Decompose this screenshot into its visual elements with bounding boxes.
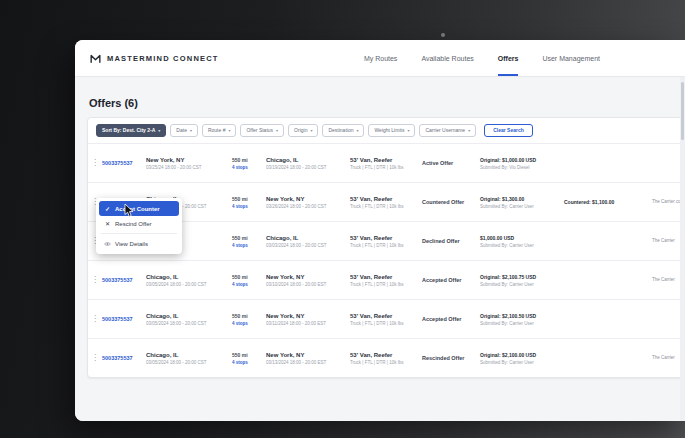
row-kebab-menu-icon[interactable]: ⋮ bbox=[88, 354, 102, 362]
menu-item-view-details[interactable]: View Details bbox=[99, 236, 179, 251]
miles: 550 mi bbox=[232, 274, 266, 280]
offer-status: Accepted Offer bbox=[422, 316, 480, 322]
row-kebab-menu-icon[interactable]: ⋮ bbox=[88, 315, 102, 323]
filter-chip-carrier-username[interactable]: Carrier Username▾ bbox=[419, 124, 476, 137]
origin-city: Chicago, IL bbox=[146, 352, 226, 358]
destination-city: Chicago, IL bbox=[266, 157, 344, 163]
scrollbar-thumb[interactable] bbox=[681, 82, 684, 140]
stops-link[interactable]: 4 stops bbox=[232, 243, 266, 248]
brand-logo-icon bbox=[89, 52, 102, 65]
filter-chip-origin[interactable]: Origin▾ bbox=[288, 124, 318, 137]
route-number-link[interactable]: 5003375537 bbox=[102, 355, 133, 361]
filter-chip-weight-limits[interactable]: Weight Limits▾ bbox=[368, 124, 415, 137]
filter-chip-label: Weight Limits bbox=[374, 128, 404, 133]
filter-bar: Sort By: Dest. City 2-A ▾ Date▾Route #▾O… bbox=[88, 118, 685, 143]
offer-status: Rescinded Offer bbox=[422, 355, 480, 361]
top-navigation: MASTERMIND CONNECT My RoutesAvailable Ro… bbox=[75, 40, 685, 77]
destination-city: New York, NY bbox=[266, 274, 344, 280]
route-number-link[interactable]: 5003375537 bbox=[102, 160, 133, 166]
destination-city: New York, NY bbox=[266, 313, 344, 319]
origin-city: Chicago, IL bbox=[146, 313, 226, 319]
offer-row[interactable]: ⋮ 5003375537 Chicago, IL 03/05/2024 18:0… bbox=[88, 338, 685, 377]
caret-down-icon: ▾ bbox=[228, 129, 230, 133]
nav-item-available-routes[interactable]: Available Routes bbox=[421, 40, 473, 76]
nav-item-user-management[interactable]: User Management bbox=[542, 40, 600, 76]
clear-search-button[interactable]: Clear Search bbox=[484, 124, 533, 137]
offer-status: Accepted Offer bbox=[422, 277, 480, 283]
original-amount: Original: $1,300.00 bbox=[480, 196, 564, 202]
offer-row[interactable]: ⋮ 5003375537 Chicago, IL 03/05/2024 18:0… bbox=[88, 299, 685, 338]
route-number-link[interactable]: 5003375537 bbox=[102, 277, 133, 283]
menu-item-label: View Details bbox=[115, 241, 148, 247]
menu-item-label: Rescind Offer bbox=[115, 221, 152, 227]
offer-row[interactable]: ⋮ 5003375537 Chicago, IL 03/05/2024 18:0… bbox=[88, 260, 685, 299]
miles: 550 mi bbox=[232, 157, 266, 163]
menu-item-label: Accept Counter bbox=[115, 206, 160, 212]
destination-date: 03/10/2024 18:00 - 20:00 EST bbox=[266, 282, 344, 287]
page-title: Offers (6) bbox=[75, 77, 685, 117]
check-icon: ✓ bbox=[104, 206, 111, 212]
offer-status: Active Offer bbox=[422, 160, 480, 166]
webcam-dot bbox=[441, 33, 445, 37]
equipment: 53' Van, Reefer bbox=[350, 313, 416, 319]
brand[interactable]: MASTERMIND CONNECT bbox=[89, 52, 219, 65]
offer-row[interactable]: ⋮ 5003375537 New York, NY 03/25/24 18:00… bbox=[88, 143, 685, 182]
filter-chip-label: Carrier Username bbox=[425, 128, 465, 133]
offers-table: ⋮ 5003375537 New York, NY 03/25/24 18:00… bbox=[88, 143, 685, 377]
equipment: 53' Van, Reefer bbox=[350, 274, 416, 280]
original-amount: Original: $1,000.00 USD bbox=[480, 157, 564, 163]
miles: 550 mi bbox=[232, 313, 266, 319]
equipment: 53' Van, Reefer bbox=[350, 157, 416, 163]
caret-down-icon: ▾ bbox=[407, 129, 409, 133]
original-amount: $1,000.00 USD bbox=[480, 235, 564, 241]
equipment-detail: Truck | FTL | DTR | 10k lbs bbox=[350, 204, 416, 209]
offer-note: The Carrier bbox=[622, 238, 685, 245]
stops-link[interactable]: 4 stops bbox=[232, 321, 266, 326]
miles: 550 mi bbox=[232, 235, 266, 241]
filter-chip-offer-status[interactable]: Offer Status▾ bbox=[240, 124, 284, 137]
filter-chip-date[interactable]: Date▾ bbox=[170, 124, 198, 137]
equipment: 53' Van, Reefer bbox=[350, 352, 416, 358]
equipment-detail: Truck | FTL | DTR | 10k lbs bbox=[350, 243, 416, 248]
submitted-by: Submitted By: Carrier User bbox=[480, 243, 564, 248]
filter-chip-label: Origin bbox=[294, 128, 307, 133]
menu-item-accept-counter[interactable]: ✓ Accept Counter bbox=[99, 201, 179, 216]
original-amount: Original: $2,100.75 USD bbox=[480, 274, 564, 280]
nav-item-offers[interactable]: Offers bbox=[498, 40, 519, 76]
row-kebab-menu-icon[interactable]: ⋮ bbox=[88, 276, 102, 284]
offer-note: The Carrier countered w bbox=[622, 199, 685, 206]
caret-down-icon: ▾ bbox=[310, 129, 312, 133]
origin-date: 03/05/2024 18:00 - 20:00 CST bbox=[146, 360, 226, 365]
x-icon: ✕ bbox=[104, 221, 111, 227]
filter-chip-label: Offer Status bbox=[246, 128, 273, 133]
origin-city: New York, NY bbox=[146, 157, 226, 163]
sort-chip[interactable]: Sort By: Dest. City 2-A ▾ bbox=[96, 124, 166, 137]
filter-chip-destination[interactable]: Destination▾ bbox=[322, 124, 364, 137]
filter-chip-list: Date▾Route #▾Offer Status▾Origin▾Destina… bbox=[170, 124, 476, 137]
filter-chip-route[interactable]: Route #▾ bbox=[202, 124, 237, 137]
destination-city: New York, NY bbox=[266, 196, 344, 202]
destination-date: 03/19/2024 18:00 - 20:00 CST bbox=[266, 165, 344, 170]
row-kebab-menu-icon[interactable]: ⋮ bbox=[88, 159, 102, 167]
caret-down-icon: ▾ bbox=[190, 129, 192, 133]
stops-link[interactable]: 4 stops bbox=[232, 282, 266, 287]
miles: 550 mi bbox=[232, 196, 266, 202]
nav-item-my-routes[interactable]: My Routes bbox=[364, 40, 397, 76]
caret-down-icon: ▾ bbox=[356, 129, 358, 133]
stops-link[interactable]: 4 stops bbox=[232, 360, 266, 365]
route-number-link[interactable]: 5003375537 bbox=[102, 316, 133, 322]
equipment-detail: Truck | FTL | DTR | 10k lbs bbox=[350, 360, 416, 365]
destination-date: 03/26/2024 18:00 - 20:00 CST bbox=[266, 204, 344, 209]
offer-note: The Carrier bbox=[622, 355, 685, 362]
origin-city: Chicago, IL bbox=[146, 274, 226, 280]
menu-item-rescind-offer[interactable]: ✕ Rescind Offer bbox=[99, 216, 179, 231]
menu-divider bbox=[101, 233, 177, 234]
caret-down-icon: ▾ bbox=[276, 129, 278, 133]
stops-link[interactable]: 4 stops bbox=[232, 204, 266, 209]
app-window: MASTERMIND CONNECT My RoutesAvailable Ro… bbox=[75, 40, 685, 421]
original-amount: Original: $2,100.00 USD bbox=[480, 352, 564, 358]
caret-down-icon: ▾ bbox=[158, 129, 160, 133]
scrollbar[interactable] bbox=[680, 77, 685, 421]
stops-link[interactable]: 4 stops bbox=[232, 165, 266, 170]
caret-down-icon: ▾ bbox=[468, 129, 470, 133]
